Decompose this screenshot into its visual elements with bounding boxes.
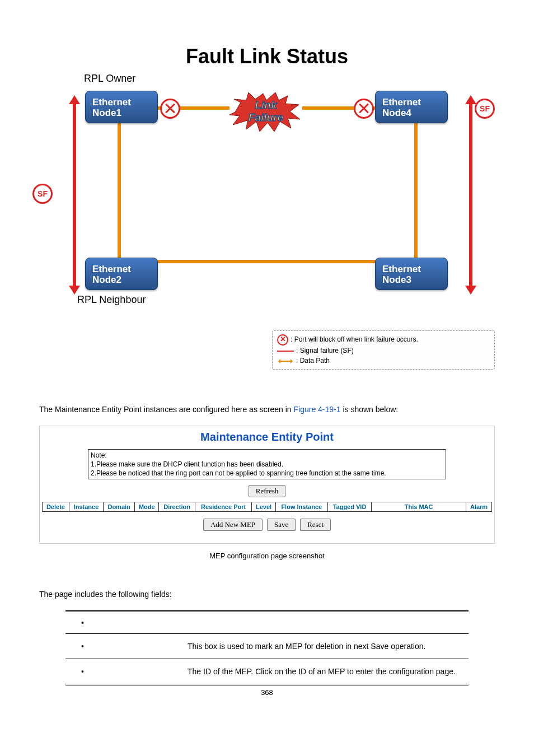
intro-post: is shown below: bbox=[341, 405, 399, 414]
field-row-bullet bbox=[65, 659, 182, 685]
note-label: Note: bbox=[91, 451, 443, 460]
fields-intro: The page includes the following fields: bbox=[39, 588, 495, 600]
datapath-left bbox=[118, 123, 121, 263]
field-row-desc bbox=[182, 612, 469, 634]
datapath-bottom bbox=[118, 260, 418, 263]
col-alarm: Alarm bbox=[466, 502, 492, 512]
fields-table: This box is used to mark an MEP for dele… bbox=[65, 610, 469, 685]
panel-caption: MEP configuration page screenshot bbox=[39, 552, 495, 560]
node3-label: EthernetNode3 bbox=[382, 264, 421, 285]
col-direction: Direction bbox=[159, 502, 195, 512]
sf-line-left bbox=[73, 100, 76, 290]
save-button[interactable]: Save bbox=[267, 519, 296, 531]
field-2-desc: The ID of the MEP. Click on the ID of an… bbox=[182, 659, 469, 685]
intro-pre: The Maintenance Entity Point instances a… bbox=[39, 405, 293, 414]
mep-panel: Maintenance Entity Point Note: 1.Please … bbox=[39, 426, 495, 544]
node1: EthernetNode1 bbox=[85, 91, 158, 123]
col-domain: Domain bbox=[104, 502, 135, 512]
diagram-title: Fault Link Status bbox=[39, 45, 495, 68]
figure-link[interactable]: Figure 4-19-1 bbox=[293, 405, 340, 414]
col-this-mac: This MAC bbox=[372, 502, 466, 512]
page-number: 368 bbox=[0, 688, 534, 697]
node2: EthernetNode2 bbox=[85, 258, 158, 290]
link-failure-l2: Failure bbox=[249, 111, 283, 123]
fault-link-diagram: Fault Link Status RPL Owner RPL Neighbou… bbox=[39, 34, 495, 370]
link-failure-burst: LinkFailure bbox=[229, 92, 302, 132]
col-level: Level bbox=[252, 502, 275, 512]
note-2: 2.Please be noticed that the ring port c… bbox=[91, 469, 443, 478]
node2-label: EthernetNode2 bbox=[92, 264, 131, 285]
legend-sf: : Signal failure (SF) bbox=[296, 347, 354, 354]
legend-data-icon bbox=[277, 359, 294, 363]
sf-badge-left: SF bbox=[32, 184, 53, 204]
sf-arrow-right-up bbox=[465, 90, 476, 104]
panel-title: Maintenance Entity Point bbox=[42, 431, 492, 444]
node3: EthernetNode3 bbox=[375, 258, 448, 290]
reset-button[interactable]: Reset bbox=[300, 519, 331, 531]
field-row-bullet bbox=[65, 634, 182, 659]
sf-line-right bbox=[469, 100, 472, 290]
note-1: 1.Please make sure the DHCP client funct… bbox=[91, 460, 443, 469]
intro-paragraph: The Maintenance Entity Point instances a… bbox=[39, 403, 495, 416]
node1-label: EthernetNode1 bbox=[92, 97, 131, 118]
col-flow-instance: Flow Instance bbox=[275, 502, 327, 512]
col-instance: Instance bbox=[69, 502, 103, 512]
field-row-bullet bbox=[65, 612, 182, 634]
sf-arrow-left-up bbox=[69, 90, 80, 104]
sf-badge-right: SF bbox=[475, 99, 495, 119]
node4-label: EthernetNode4 bbox=[382, 97, 421, 118]
note-box: Note: 1.Please make sure the DHCP client… bbox=[88, 449, 446, 479]
sf-arrow-right-down bbox=[465, 286, 476, 300]
refresh-button[interactable]: Refresh bbox=[249, 485, 285, 497]
field-1-desc: This box is used to mark an MEP for dele… bbox=[182, 634, 469, 659]
block-icon-right bbox=[354, 99, 374, 119]
block-icon-left bbox=[160, 99, 180, 119]
col-delete: Delete bbox=[43, 502, 69, 512]
mep-table: Delete Instance Domain Mode Direction Re… bbox=[42, 502, 492, 512]
add-new-mep-button[interactable]: Add New MEP bbox=[203, 519, 263, 531]
rpl-owner-label: RPL Owner bbox=[84, 73, 135, 85]
rpl-neighbour-label: RPL Neighbour bbox=[77, 294, 146, 306]
legend-sf-icon bbox=[277, 351, 294, 352]
col-mode: Mode bbox=[135, 502, 159, 512]
col-tagged-vid: Tagged VID bbox=[327, 502, 371, 512]
col-residence-port: Residence Port bbox=[195, 502, 252, 512]
legend-block-icon: ✕ bbox=[277, 334, 288, 346]
legend-data: : Data Path bbox=[296, 357, 330, 365]
legend: ✕: Port will block off when link failure… bbox=[272, 330, 495, 370]
sf-arrow-left-down bbox=[69, 286, 80, 300]
datapath-right bbox=[414, 123, 418, 263]
legend-block: : Port will block off when link failure … bbox=[291, 335, 418, 343]
node4: EthernetNode4 bbox=[375, 91, 448, 123]
link-failure-l1: Link bbox=[255, 99, 277, 111]
